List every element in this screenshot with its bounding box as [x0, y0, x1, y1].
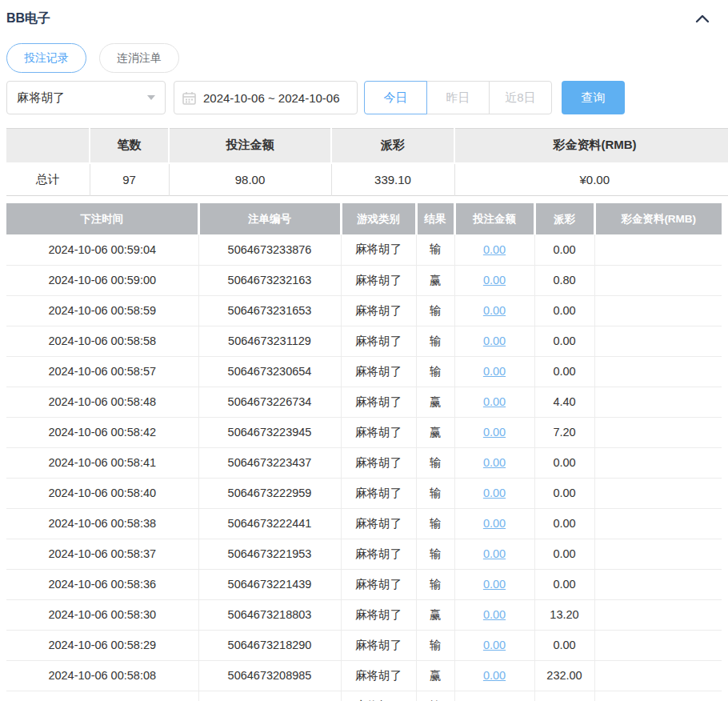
bet-amount-link[interactable]: 0.00: [483, 547, 506, 560]
payout-cell: 0.00: [534, 356, 594, 387]
records-column-header: 投注金额: [454, 203, 534, 234]
quick-range-button-1[interactable]: 昨日: [426, 81, 490, 114]
payout-cell: 7.20: [534, 417, 594, 447]
payout-cell: 0.00: [534, 539, 594, 569]
bet-time-cell: 2024-10-06 00:58:58: [6, 326, 198, 356]
payout-cell: 0.00: [534, 447, 594, 478]
jackpot-cell: [594, 660, 722, 691]
record-row: 2024-10-06 00:58:085064673208985麻将胡了赢0.0…: [6, 660, 722, 691]
jackpot-cell: [594, 387, 722, 417]
records-table: 下注时间注单编号游戏类别结果投注金额派彩彩金资料(RMB) 2024-10-06…: [6, 203, 722, 701]
record-row: 2024-10-06 00:58:385064673222441麻将胡了输0.0…: [6, 508, 722, 539]
game-type-cell: 麻将胡了: [341, 569, 416, 599]
bet-amount-cell: 0.00: [454, 660, 534, 691]
jackpot-cell: [594, 265, 722, 295]
summary-bet-amount-cell: 98.00: [169, 163, 331, 196]
game-type-cell: 麻将胡了: [341, 599, 416, 630]
result-cell: 赢: [416, 387, 454, 417]
bet-amount-link[interactable]: 0.00: [483, 304, 506, 317]
order-number-cell: 5064673208476: [198, 691, 341, 701]
summary-column-header: 派彩: [331, 129, 454, 163]
game-type-select[interactable]: 麻将胡了: [6, 81, 166, 114]
bet-time-cell: 2024-10-06 00:58:59: [6, 295, 198, 326]
game-type-cell: 麻将胡了: [341, 630, 416, 660]
bet-amount-link[interactable]: 0.00: [483, 334, 506, 347]
order-number-cell: 5064673222441: [198, 508, 341, 539]
bet-amount-link[interactable]: 0.00: [483, 365, 506, 378]
quick-range-button-2[interactable]: 近8日: [489, 81, 552, 114]
filter-bar: 麻将胡了 2024-10-06 ~ 2024-10-06 今日昨日近8日 查询: [6, 81, 722, 114]
records-column-header: 游戏类别: [341, 203, 416, 234]
date-range-input[interactable]: 2024-10-06 ~ 2024-10-06: [174, 81, 358, 114]
record-row: 2024-10-06 00:58:425064673223945麻将胡了赢0.0…: [6, 417, 722, 447]
bet-amount-link[interactable]: 0.00: [483, 243, 506, 256]
order-number-cell: 5064673233876: [198, 234, 341, 265]
page-title: BB电子: [6, 10, 50, 27]
bet-amount-link[interactable]: 0.00: [483, 274, 506, 286]
bet-amount-link[interactable]: 0.00: [483, 456, 506, 469]
bet-amount-link[interactable]: 0.00: [483, 608, 506, 621]
records-column-header: 结果: [416, 203, 454, 234]
tab-betting-records[interactable]: 投注记录: [6, 43, 86, 73]
payout-cell: 0.00: [534, 234, 594, 265]
game-type-cell: 麻将胡了: [341, 326, 416, 356]
result-cell: 输: [416, 691, 454, 701]
record-row: 2024-10-06 00:58:365064673221439麻将胡了输0.0…: [6, 569, 722, 599]
jackpot-cell: [594, 326, 722, 356]
record-row: 2024-10-06 00:58:485064673226734麻将胡了赢0.0…: [6, 387, 722, 417]
summary-label-cell: 总计: [6, 163, 90, 196]
bet-time-cell: 2024-10-06 00:58:41: [6, 447, 198, 478]
order-number-cell: 5064673232163: [198, 265, 341, 295]
bet-time-cell: 2024-10-06 00:58:40: [6, 478, 198, 508]
jackpot-cell: [594, 539, 722, 569]
summary-payout-cell: 339.10: [331, 163, 454, 196]
records-column-header: 彩金资料(RMB): [594, 203, 722, 234]
quick-range-button-0[interactable]: 今日: [364, 81, 427, 114]
bet-time-cell: 2024-10-06 00:58:08: [6, 660, 198, 691]
order-number-cell: 5064673222959: [198, 478, 341, 508]
jackpot-cell: [594, 599, 722, 630]
bet-amount-cell: 0.00: [454, 387, 534, 417]
game-type-cell: 麻将胡了: [341, 295, 416, 326]
payout-cell: 0.80: [534, 265, 594, 295]
order-number-cell: 5064673231129: [198, 326, 341, 356]
result-cell: 输: [416, 630, 454, 660]
record-row: 2024-10-06 00:58:585064673231129麻将胡了输0.0…: [6, 326, 722, 356]
result-cell: 赢: [416, 660, 454, 691]
bet-time-cell: 2024-10-06 00:58:57: [6, 356, 198, 387]
bet-amount-link[interactable]: 0.00: [483, 426, 506, 439]
record-row: 2024-10-06 00:58:305064673218803麻将胡了赢0.0…: [6, 599, 722, 630]
query-button[interactable]: 查询: [562, 81, 625, 114]
record-row: 2024-10-06 00:58:375064673221953麻将胡了输0.0…: [6, 539, 722, 569]
bet-amount-cell: 0.00: [454, 447, 534, 478]
chevron-down-icon: [147, 95, 155, 100]
payout-cell: 0.00: [534, 569, 594, 599]
bet-amount-link[interactable]: 0.00: [483, 669, 506, 682]
bet-amount-cell: 0.00: [454, 417, 534, 447]
order-number-cell: 5064673218290: [198, 630, 341, 660]
bet-amount-link[interactable]: 0.00: [483, 517, 506, 530]
bet-amount-cell: 0.00: [454, 326, 534, 356]
game-type-cell: 麻将胡了: [341, 234, 416, 265]
bet-time-cell: 2024-10-06 00:58:30: [6, 599, 198, 630]
bet-time-cell: 2024-10-06 00:58:37: [6, 539, 198, 569]
collapse-chevron-up-icon[interactable]: [693, 9, 712, 28]
bet-amount-link[interactable]: 0.00: [483, 487, 506, 499]
bet-time-cell: 2024-10-06 00:58:38: [6, 508, 198, 539]
tab-cancelled-orders[interactable]: 连消注单: [99, 43, 179, 73]
payout-cell: 0.00: [534, 295, 594, 326]
result-cell: 赢: [416, 599, 454, 630]
summary-jackpot-cell: ¥0.00: [454, 163, 728, 196]
game-type-cell: 麻将胡了: [341, 387, 416, 417]
record-row: 2024-10-06 00:58:415064673223437麻将胡了输0.0…: [6, 447, 722, 478]
record-row: 2024-10-06 00:58:065064673208476麻将胡了输0.0…: [6, 691, 722, 701]
jackpot-cell: [594, 356, 722, 387]
bet-amount-link[interactable]: 0.00: [483, 578, 506, 591]
game-type-selected-value: 麻将胡了: [17, 90, 65, 106]
bet-time-cell: 2024-10-06 00:58:48: [6, 387, 198, 417]
date-range-value: 2024-10-06 ~ 2024-10-06: [203, 91, 340, 105]
bet-amount-link[interactable]: 0.00: [483, 639, 506, 651]
result-cell: 赢: [416, 417, 454, 447]
bet-amount-link[interactable]: 0.00: [483, 395, 506, 408]
result-cell: 输: [416, 508, 454, 539]
